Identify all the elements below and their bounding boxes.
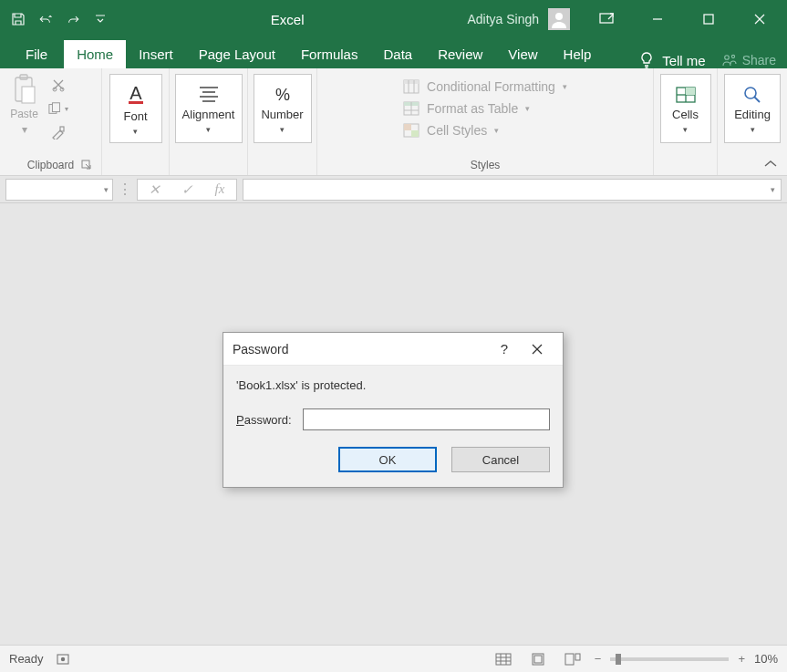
chevron-down-icon: ▾ — [683, 125, 688, 134]
cancel-button[interactable]: Cancel — [451, 447, 550, 472]
svg-rect-10 — [22, 87, 35, 103]
svg-rect-25 — [404, 80, 419, 84]
copy-icon[interactable]: ▾ — [48, 99, 68, 118]
clipboard-group-label: Clipboard — [27, 159, 74, 171]
alignment-button[interactable]: Alignment ▾ — [175, 74, 243, 143]
paste-button[interactable]: Paste ▾ — [6, 74, 43, 136]
svg-rect-34 — [411, 130, 419, 137]
ribbon-display-options-icon[interactable] — [583, 0, 630, 38]
close-button[interactable] — [736, 0, 783, 38]
zoom-out-button[interactable]: − — [595, 652, 602, 666]
insert-function-icon[interactable]: fx — [203, 181, 236, 197]
split-handle-icon[interactable]: ⋮ — [119, 181, 131, 198]
collapse-ribbon-icon[interactable] — [763, 159, 778, 170]
svg-rect-52 — [565, 654, 574, 665]
clipboard-dialog-launcher-icon[interactable] — [81, 160, 94, 172]
cut-icon[interactable] — [48, 76, 68, 94]
cell-styles-button[interactable]: Cell Styles ▾ — [399, 119, 571, 141]
tab-help[interactable]: Help — [551, 40, 605, 68]
editing-button[interactable]: Editing ▾ — [724, 74, 781, 143]
undo-icon[interactable] — [38, 12, 53, 26]
enter-formula-icon[interactable]: ✓ — [171, 181, 203, 198]
cancel-formula-icon[interactable]: ✕ — [138, 181, 171, 198]
svg-text:A: A — [129, 83, 142, 103]
svg-rect-14 — [52, 103, 59, 112]
svg-rect-51 — [534, 656, 542, 663]
conditional-formatting-label: Conditional Formatting — [427, 79, 555, 94]
format-painter-icon[interactable] — [48, 123, 68, 141]
svg-rect-15 — [60, 127, 64, 131]
group-font: A Font ▾ — [102, 68, 170, 175]
cells-icon — [675, 84, 697, 104]
page-layout-view-icon[interactable] — [525, 649, 551, 669]
tab-file[interactable]: File — [9, 40, 64, 68]
minimize-button[interactable] — [634, 0, 681, 38]
font-button[interactable]: A Font ▾ — [109, 74, 162, 143]
svg-line-40 — [754, 97, 760, 102]
group-number: % Number ▾ — [248, 68, 317, 175]
conditional-formatting-button[interactable]: Conditional Formatting ▾ — [399, 76, 571, 98]
editing-label: Editing — [734, 108, 771, 121]
tab-home[interactable]: Home — [64, 40, 126, 68]
maximize-button[interactable] — [685, 0, 732, 38]
tell-me-label: Tell me — [662, 53, 706, 68]
macro-recording-icon[interactable] — [57, 653, 69, 666]
user-avatar-icon[interactable] — [548, 8, 570, 30]
percent-icon: % — [271, 84, 295, 104]
cells-button[interactable]: Cells ▾ — [660, 74, 711, 143]
status-bar: Ready − + 10% — [0, 645, 787, 672]
formula-input[interactable]: ▾ — [243, 179, 782, 201]
svg-point-0 — [555, 13, 563, 20]
font-icon: A — [124, 82, 148, 106]
title-bar-right: Aditya Singh — [467, 0, 787, 38]
tab-insert[interactable]: Insert — [126, 40, 186, 68]
save-icon[interactable] — [11, 12, 26, 26]
zoom-in-button[interactable]: + — [738, 652, 745, 666]
zoom-slider[interactable] — [610, 657, 729, 661]
user-name[interactable]: Aditya Singh — [467, 12, 539, 26]
name-box[interactable]: ▾ — [5, 179, 113, 201]
share-icon — [722, 53, 737, 67]
ribbon: Paste ▾ ▾ Clipboard A Font ▾ Alignment — [0, 68, 787, 176]
normal-view-icon[interactable] — [491, 649, 516, 669]
chevron-down-icon: ▾ — [133, 127, 138, 136]
zoom-level[interactable]: 10% — [754, 652, 778, 666]
paste-label: Paste — [10, 108, 38, 120]
cells-label: Cells — [672, 108, 699, 121]
dialog-help-button[interactable]: ? — [488, 333, 521, 366]
alignment-icon — [197, 84, 221, 104]
number-button[interactable]: % Number ▾ — [254, 74, 312, 143]
share-button[interactable]: Share — [722, 53, 776, 67]
redo-icon[interactable] — [66, 12, 80, 26]
format-as-table-button[interactable]: Format as Table ▾ — [399, 98, 571, 119]
dialog-title-bar[interactable]: Password ? — [223, 333, 563, 366]
chevron-down-icon: ▾ — [206, 125, 211, 134]
zoom-slider-thumb[interactable] — [616, 654, 621, 665]
group-styles: Conditional Formatting ▾ Format as Table… — [317, 68, 654, 175]
tab-formulas[interactable]: Formulas — [288, 40, 371, 68]
tell-me-button[interactable]: Tell me — [638, 52, 706, 68]
tab-page-layout[interactable]: Page Layout — [186, 40, 288, 68]
chevron-down-icon: ▾ — [280, 125, 285, 134]
title-bar: Excel Aditya Singh — [0, 0, 787, 38]
tab-data[interactable]: Data — [370, 40, 425, 68]
password-dialog: Password ? 'Book1.xlsx' is protected. Pa… — [223, 332, 564, 488]
tab-view[interactable]: View — [495, 40, 550, 68]
formula-bar: ▾ ⋮ ✕ ✓ fx ▾ — [0, 176, 787, 203]
chevron-down-icon: ▾ — [525, 104, 530, 113]
dialog-title: Password — [233, 342, 488, 357]
number-label: Number — [261, 108, 303, 121]
app-title: Excel — [108, 12, 467, 27]
svg-rect-3 — [704, 15, 713, 24]
ok-button[interactable]: OK — [338, 447, 437, 472]
close-icon — [532, 344, 543, 355]
svg-rect-18 — [129, 101, 143, 104]
format-as-table-label: Format as Table — [427, 101, 518, 116]
password-input[interactable] — [303, 408, 550, 430]
tab-review[interactable]: Review — [425, 40, 495, 68]
font-label: Font — [123, 109, 147, 123]
svg-text:%: % — [274, 86, 289, 104]
qat-customize-icon[interactable] — [93, 12, 108, 26]
page-break-view-icon[interactable] — [560, 649, 585, 669]
dialog-close-button[interactable] — [521, 333, 554, 366]
